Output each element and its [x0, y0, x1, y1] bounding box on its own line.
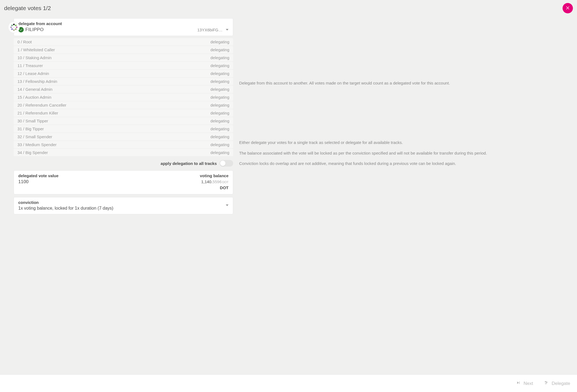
- apply-all-label: apply delegation to all tracks: [161, 161, 217, 166]
- track-row[interactable]: 30 / Small Tipperdelegating: [14, 117, 233, 125]
- help-balance-lock: The balance associated with the vote wil…: [239, 150, 572, 156]
- track-status: delegating: [211, 111, 229, 115]
- track-status: delegating: [211, 47, 229, 52]
- track-status: delegating: [211, 71, 229, 76]
- track-label: 13 / Fellowship Admin: [17, 79, 57, 84]
- track-label: 30 / Small Tipper: [17, 119, 48, 123]
- identicon-icon: [9, 23, 19, 32]
- track-status: delegating: [211, 150, 229, 155]
- delegated-vote-value-card[interactable]: delegated vote value 1100 voting balance…: [14, 170, 233, 194]
- apply-all-toggle[interactable]: [220, 160, 233, 167]
- voting-balance-label: voting balance: [200, 173, 229, 178]
- vote-value-label: delegated vote value: [18, 173, 200, 178]
- track-row[interactable]: 12 / Lease Admindelegating: [14, 70, 233, 77]
- track-row[interactable]: 21 / Referendum Killerdelegating: [14, 109, 233, 117]
- next-label: Next: [524, 381, 533, 386]
- track-row[interactable]: 1 / Whitelisted Callerdelegating: [14, 46, 233, 53]
- track-label: 11 / Treasurer: [17, 63, 43, 68]
- track-status: delegating: [211, 142, 229, 147]
- conviction-value: 1x voting balance, locked for 1x duratio…: [18, 206, 226, 211]
- track-row[interactable]: 14 / General Admindelegating: [14, 86, 233, 93]
- track-label: 0 / Root: [17, 40, 32, 44]
- track-label: 10 / Staking Admin: [17, 55, 52, 60]
- track-status: delegating: [211, 119, 229, 123]
- conviction-card[interactable]: conviction 1x voting balance, locked for…: [14, 197, 233, 214]
- track-label: 12 / Lease Admin: [17, 71, 49, 76]
- chevron-down-icon: [226, 29, 229, 31]
- track-row[interactable]: 13 / Fellowship Admindelegating: [14, 78, 233, 85]
- help-tracks: Either delegate your votes for a single …: [239, 140, 572, 145]
- track-label: 34 / Big Spender: [17, 150, 48, 155]
- account-label: delegate from account: [18, 21, 229, 26]
- delegate-label: Delegate: [552, 381, 570, 386]
- delegate-icon: [544, 380, 549, 387]
- delegate-from-account-card[interactable]: delegate from account FILIPPO 13YX6biFG…: [14, 18, 233, 36]
- help-delegate-from: Delegate from this account to another. A…: [239, 80, 572, 86]
- avatar: [8, 22, 20, 33]
- conviction-label: conviction: [18, 200, 226, 205]
- track-label: 1 / Whitelisted Caller: [17, 47, 55, 52]
- track-status: delegating: [211, 40, 229, 44]
- track-label: 14 / General Admin: [17, 87, 52, 92]
- voting-balance-value: 1,140.5596DOT DOT: [200, 179, 229, 191]
- track-status: delegating: [211, 134, 229, 139]
- vote-value-input[interactable]: 1100: [18, 179, 200, 185]
- track-status: delegating: [211, 63, 229, 68]
- track-row[interactable]: 31 / Big Tipperdelegating: [14, 125, 233, 132]
- chevron-down-icon: [226, 204, 229, 206]
- track-row[interactable]: 10 / Staking Admindelegating: [14, 54, 233, 61]
- track-status: delegating: [211, 55, 229, 60]
- help-conviction-overlap: Conviction locks do overlap and are not …: [239, 161, 572, 166]
- track-row[interactable]: 34 / Big Spenderdelegating: [14, 149, 233, 156]
- close-icon: [565, 5, 570, 11]
- track-row[interactable]: 0 / Rootdelegating: [14, 38, 233, 46]
- track-label: 15 / Auction Admin: [17, 95, 51, 99]
- track-status: delegating: [211, 79, 229, 84]
- track-row[interactable]: 33 / Medium Spenderdelegating: [14, 141, 233, 148]
- track-label: 31 / Big Tipper: [17, 126, 44, 131]
- track-label: 20 / Referendum Canceller: [17, 103, 66, 107]
- account-name: FILIPPO: [25, 27, 44, 32]
- track-status: delegating: [211, 126, 229, 131]
- track-row[interactable]: 15 / Auction Admindelegating: [14, 94, 233, 101]
- track-label: 33 / Medium Spender: [17, 142, 56, 147]
- delegate-button[interactable]: Delegate: [544, 380, 570, 387]
- track-row[interactable]: 32 / Small Spenderdelegating: [14, 133, 233, 140]
- track-list: 0 / Rootdelegating1 / Whitelisted Caller…: [14, 38, 233, 156]
- track-row[interactable]: 20 / Referendum Cancellerdelegating: [14, 101, 233, 109]
- track-status: delegating: [211, 95, 229, 99]
- modal-title: delegate votes 1/2: [4, 5, 51, 11]
- track-status: delegating: [211, 87, 229, 92]
- track-label: 32 / Small Spender: [17, 134, 52, 139]
- account-address: 13YX6biFG…: [197, 28, 223, 32]
- next-icon: [516, 380, 521, 387]
- close-button[interactable]: [563, 3, 573, 13]
- next-button[interactable]: Next: [516, 380, 533, 387]
- track-row[interactable]: 11 / Treasurerdelegating: [14, 62, 233, 69]
- track-status: delegating: [211, 103, 229, 107]
- track-label: 21 / Referendum Killer: [17, 111, 58, 115]
